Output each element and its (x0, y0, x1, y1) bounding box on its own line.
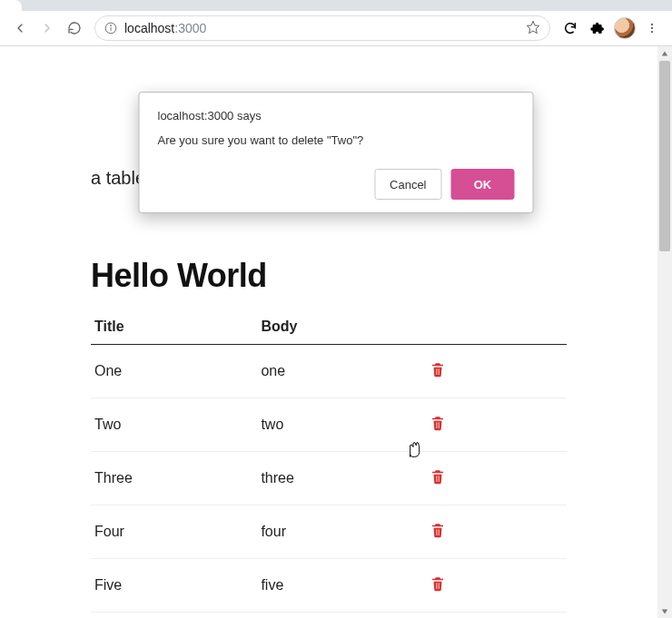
dialog-origin: localhost:3000 says (158, 109, 515, 123)
cell-title: Five (91, 559, 257, 613)
cancel-button[interactable]: Cancel (374, 169, 441, 200)
delete-row-button[interactable] (428, 575, 448, 595)
table-header-row: Title Body (91, 309, 567, 345)
bookmark-star-icon[interactable] (526, 20, 540, 37)
dialog-message: Are you sure you want to delete "Two"? (158, 133, 515, 147)
cell-body: one (257, 345, 423, 398)
profile-avatar[interactable] (614, 17, 636, 39)
col-header-body: Body (257, 309, 423, 345)
cell-title: Two (91, 398, 257, 452)
col-header-title: Title (91, 309, 257, 345)
svg-point-6 (651, 31, 653, 33)
table-row: Twotwo (91, 398, 567, 452)
cell-body: five (257, 559, 423, 613)
scroll-track[interactable] (657, 61, 672, 604)
table-row: Oneone (91, 345, 567, 398)
back-button[interactable] (9, 17, 31, 39)
reload-button[interactable] (64, 17, 85, 39)
page-title: Hello World (91, 257, 567, 295)
trash-icon (430, 522, 446, 542)
delete-row-button[interactable] (428, 415, 448, 435)
svg-marker-7 (662, 52, 667, 56)
vertical-scrollbar[interactable] (657, 46, 672, 618)
table-row: Fourfour (91, 505, 567, 559)
cell-title: Four (91, 505, 257, 559)
svg-marker-3 (527, 21, 539, 33)
forward-button[interactable] (36, 17, 58, 39)
address-bar[interactable]: localhost:3000 (94, 15, 550, 41)
data-table: Title Body OneoneTwotwoThreethreeFourfou… (91, 309, 567, 613)
svg-marker-8 (662, 610, 667, 614)
delete-row-button[interactable] (428, 468, 448, 488)
scroll-down-arrow[interactable] (657, 604, 672, 618)
delete-row-button[interactable] (428, 522, 448, 542)
svg-point-2 (111, 25, 112, 26)
trash-icon (430, 415, 446, 435)
table-row: Fivefive (91, 559, 567, 613)
browser-chrome: localhost:3000 (0, 0, 672, 46)
svg-point-5 (651, 27, 653, 29)
delete-row-button[interactable] (428, 361, 448, 381)
page-viewport: a table row with a delete button and fad… (0, 46, 672, 618)
table-row: Threethree (91, 452, 567, 505)
cell-body: three (257, 452, 423, 505)
site-info-icon[interactable] (104, 22, 117, 34)
ok-button[interactable]: OK (451, 169, 515, 200)
browser-menu-button[interactable] (641, 17, 663, 39)
cell-body: two (257, 398, 423, 452)
extensions-icon[interactable] (587, 17, 608, 39)
url-port: :3000 (174, 21, 206, 35)
scroll-up-arrow[interactable] (657, 46, 672, 61)
scroll-thumb[interactable] (659, 61, 670, 251)
extension-refresh-icon[interactable] (559, 17, 581, 39)
svg-point-4 (651, 24, 653, 25)
cell-title: Three (91, 452, 257, 505)
trash-icon (430, 468, 446, 488)
trash-icon (430, 361, 446, 381)
cell-title: One (91, 345, 257, 398)
tab-strip (0, 0, 672, 11)
url-host: localhost (124, 21, 174, 35)
cell-body: four (257, 505, 423, 559)
browser-toolbar: localhost:3000 (0, 11, 672, 45)
trash-icon (430, 575, 446, 595)
confirm-dialog: localhost:3000 says Are you sure you wan… (139, 92, 534, 213)
